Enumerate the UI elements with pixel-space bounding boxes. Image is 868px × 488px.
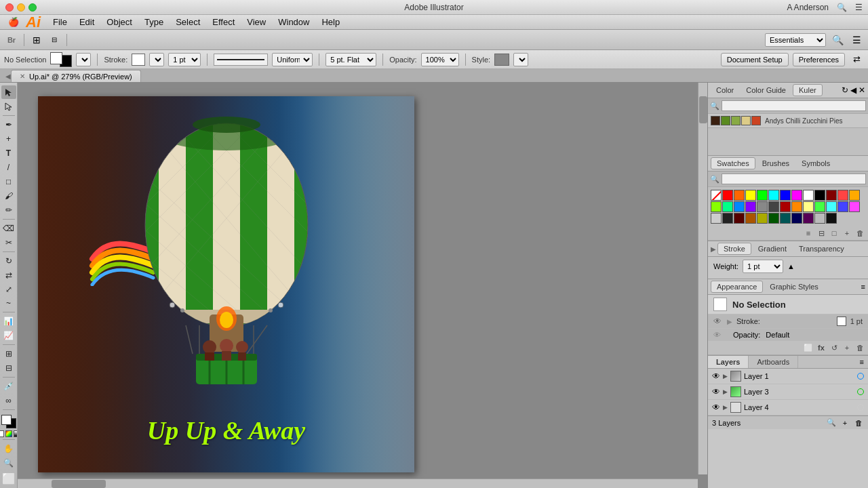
- panel-close[interactable]: ✕: [859, 85, 865, 95]
- panel-toggle[interactable]: ⇄: [849, 54, 864, 66]
- tab-arrow-left[interactable]: ◀: [5, 70, 11, 82]
- swatch-8[interactable]: [814, 190, 825, 201]
- swatch-13[interactable]: [722, 201, 733, 212]
- swatch-2[interactable]: [745, 190, 756, 201]
- style-swatch[interactable]: [494, 54, 509, 66]
- stroke-style-preview[interactable]: [214, 54, 268, 66]
- paintbrush-tool[interactable]: 🖌: [1, 189, 16, 203]
- swatch-4[interactable]: [768, 190, 779, 201]
- kuler-swatch-2[interactable]: [731, 116, 741, 125]
- stroke-color-preview[interactable]: [837, 317, 846, 326]
- swatch-30[interactable]: [768, 213, 779, 224]
- eyedropper-tool[interactable]: 💉: [1, 380, 16, 393]
- swatch-35[interactable]: [826, 213, 837, 224]
- tab-gradient[interactable]: Gradient: [753, 243, 792, 254]
- eraser-tool[interactable]: ⌫: [1, 222, 16, 235]
- menu-object[interactable]: Object: [101, 16, 138, 28]
- search-btn[interactable]: 🔍: [830, 33, 845, 47]
- swatch-33[interactable]: [803, 213, 814, 224]
- swatch-18[interactable]: [780, 201, 791, 212]
- swatch-12[interactable]: [711, 201, 722, 212]
- opacity-eye[interactable]: 👁: [713, 331, 721, 339]
- layer-0-expand[interactable]: ▶: [723, 373, 728, 380]
- line-tool[interactable]: /: [1, 161, 16, 174]
- stroke-weight-dropdown[interactable]: 1 pt: [743, 260, 783, 273]
- swatch-34[interactable]: [814, 213, 825, 224]
- new-swatch[interactable]: +: [842, 228, 852, 239]
- preferences-button[interactable]: Preferences: [793, 53, 845, 66]
- reflect-tool[interactable]: ⇄: [1, 268, 16, 282]
- tab-artboards[interactable]: Artboards: [749, 356, 798, 368]
- type-tool[interactable]: T: [1, 146, 16, 160]
- color-mode-none[interactable]: [0, 430, 4, 437]
- fill-swatch[interactable]: [50, 52, 62, 64]
- swatch-22[interactable]: [826, 201, 837, 212]
- app-clear[interactable]: ↺: [829, 342, 840, 353]
- swatch-libraries[interactable]: ≡: [803, 228, 814, 239]
- bridge-button[interactable]: Br: [4, 33, 19, 47]
- fill-color-box[interactable]: [1, 415, 12, 425]
- swatch-5[interactable]: [780, 190, 791, 201]
- bar-graph-tool[interactable]: 📈: [1, 329, 16, 342]
- swatch-10[interactable]: [837, 190, 848, 201]
- layer-1-expand[interactable]: ▶: [723, 388, 728, 395]
- weight-up[interactable]: ▲: [787, 262, 795, 270]
- swatch-29[interactable]: [757, 213, 768, 224]
- swatch-6[interactable]: [791, 190, 802, 201]
- workspace-arrange[interactable]: ⊟: [47, 33, 62, 47]
- pen-add-tool[interactable]: +: [1, 132, 16, 146]
- layer-delete[interactable]: 🗑: [853, 418, 864, 428]
- tab-appearance[interactable]: Appearance: [711, 281, 763, 293]
- menu-select[interactable]: Select: [170, 16, 205, 28]
- delete-swatch[interactable]: 🗑: [854, 228, 865, 239]
- show-swatch-kinds[interactable]: ⊟: [816, 228, 827, 239]
- kuler-search-input[interactable]: [722, 100, 866, 111]
- appearance-menu[interactable]: ≡: [861, 283, 865, 291]
- panel-refresh[interactable]: ↻: [842, 85, 848, 95]
- swatch-7[interactable]: [803, 190, 814, 201]
- menu-file[interactable]: File: [47, 16, 73, 28]
- layer-2-eye[interactable]: 👁: [712, 403, 720, 412]
- horizontal-scrollbar[interactable]: [18, 479, 698, 488]
- blend-tool[interactable]: ∞: [1, 394, 16, 407]
- app-new-style[interactable]: +: [842, 342, 852, 353]
- workspace-select[interactable]: Essentials: [765, 33, 826, 47]
- swatch-23[interactable]: [837, 201, 848, 212]
- tab-close-icon[interactable]: ✕: [20, 73, 25, 80]
- menu-view[interactable]: View: [241, 16, 271, 28]
- swatch-14[interactable]: [734, 201, 745, 212]
- swatch-17[interactable]: [768, 201, 779, 212]
- layer-0-eye[interactable]: 👁: [712, 371, 720, 381]
- tab-swatches[interactable]: Swatches: [711, 157, 755, 169]
- hand-tool[interactable]: ✋: [1, 442, 16, 455]
- app-add-new-fill[interactable]: ⬜: [803, 342, 814, 353]
- swatch-none[interactable]: [711, 190, 722, 201]
- fill-stroke-tools[interactable]: [1, 415, 16, 428]
- stroke-visibility-eye[interactable]: 👁: [713, 317, 723, 326]
- tab-symbols[interactable]: Symbols: [796, 158, 835, 169]
- swatch-16[interactable]: [757, 201, 768, 212]
- swatch-0[interactable]: [722, 190, 733, 201]
- artboard-tool[interactable]: ⊞: [1, 347, 16, 361]
- document-setup-button[interactable]: Document Setup: [721, 53, 789, 66]
- document-tab[interactable]: ✕ Up.ai* @ 279% (RGB/Preview): [11, 70, 141, 82]
- menu-edit[interactable]: Edit: [74, 16, 100, 28]
- swatch-28[interactable]: [745, 213, 756, 224]
- swatch-9[interactable]: [826, 190, 837, 201]
- search-icon[interactable]: 🔍: [837, 3, 847, 12]
- menu-type[interactable]: Type: [139, 16, 169, 28]
- stroke-profile-select[interactable]: Uniform: [272, 53, 313, 66]
- swatch-19[interactable]: [791, 201, 802, 212]
- fill-stroke-indicator[interactable]: [50, 52, 72, 67]
- swatch-1[interactable]: [734, 190, 745, 201]
- layer-item-2[interactable]: 👁 ▶ Layer 4: [708, 400, 868, 415]
- canvas-area[interactable]: Up Up & Away: [18, 83, 707, 488]
- scale-tool[interactable]: ⤢: [1, 283, 16, 296]
- layer-find[interactable]: 🔍: [826, 418, 837, 428]
- stroke-expand[interactable]: ▶: [727, 318, 732, 325]
- app-fx[interactable]: fx: [816, 342, 827, 353]
- swatch-15[interactable]: [745, 201, 756, 212]
- opacity-select[interactable]: 100%: [421, 53, 459, 66]
- rotate-tool[interactable]: ↻: [1, 254, 16, 268]
- arrange-button[interactable]: ⊞: [29, 33, 44, 47]
